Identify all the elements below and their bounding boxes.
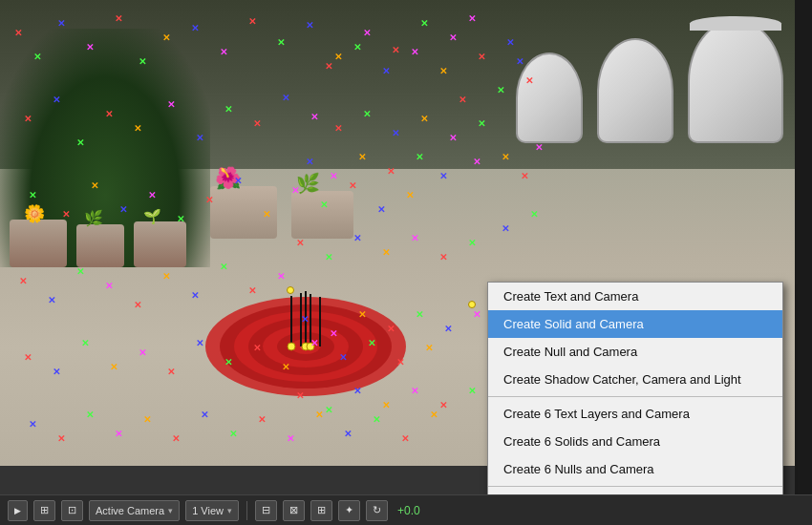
region-icon: ⊟ — [262, 504, 270, 516]
menu-item-create-6-text[interactable]: Create 6 Text Layers and Camera — [488, 400, 782, 428]
menu-separator-2 — [488, 486, 782, 487]
track-dot-1 — [287, 286, 294, 294]
align-btn[interactable]: ⊞ — [310, 500, 332, 521]
bullseye-target — [201, 291, 411, 404]
view-dropdown[interactable]: 1 View ▾ — [185, 500, 239, 521]
grid2-icon: ✦ — [345, 504, 353, 516]
main-container: 🌼 🌿 🌱 🌺 🌿 — [0, 0, 812, 525]
water-tanks — [516, 19, 783, 143]
menu-item-create-6-nulls[interactable]: Create 6 Nulls and Camera — [488, 455, 782, 483]
track-dot-2 — [468, 301, 476, 308]
snap-icon: ⊠ — [289, 504, 298, 516]
toolbar-sep-1 — [246, 501, 247, 520]
menu-item-create-null-camera[interactable]: Create Null and Camera — [488, 338, 782, 366]
menu-item-create-shadow-catcher[interactable]: Create Shadow Catcher, Camera and Light — [488, 366, 782, 393]
tank-large — [688, 19, 783, 143]
camera-chevron: ▾ — [168, 506, 173, 515]
menu-item-create-6-solids[interactable]: Create 6 Solids and Camera — [488, 428, 782, 455]
menu-item-set-ground-plane[interactable]: Set Ground Plane and Origin — [488, 490, 782, 494]
grid-btn[interactable]: ✦ — [338, 500, 360, 521]
menu-separator-1 — [488, 396, 782, 397]
plants-area: 🌼 🌿 🌱 — [0, 29, 210, 267]
view-label: 1 View — [192, 505, 224, 516]
tank-small — [516, 52, 583, 143]
view-chevron: ▾ — [227, 506, 232, 515]
svg-point-15 — [307, 343, 314, 350]
timeline-toggle-btn[interactable]: ▶ — [8, 500, 28, 521]
menu-item-create-text-camera[interactable]: Create Text and Camera — [488, 283, 782, 310]
context-menu: Create Text and Camera Create Solid and … — [487, 282, 783, 494]
pots-middle: 🌺 🌿 — [210, 115, 382, 239]
safe-zones-btn[interactable]: ⊞ — [33, 500, 55, 521]
arrow-icon: ▶ — [14, 506, 21, 515]
region-btn[interactable]: ⊟ — [255, 500, 277, 521]
overlay-icon: ⊡ — [68, 504, 76, 516]
grid-icon: ⊞ — [40, 504, 49, 516]
offset-value: +0.0 — [397, 504, 420, 517]
camera-label: Active Camera — [96, 505, 164, 516]
viewport[interactable]: 🌼 🌿 🌱 🌺 🌿 — [0, 0, 812, 494]
rotation-icon: ↻ — [373, 504, 381, 516]
bottom-toolbar: ▶ ⊞ ⊡ Active Camera ▾ 1 View ▾ ⊟ ⊠ ⊞ ✦ — [0, 494, 812, 525]
overlay-btn[interactable]: ⊡ — [61, 500, 83, 521]
right-panel — [795, 0, 812, 494]
rotation-btn[interactable]: ↻ — [366, 500, 388, 521]
menu-item-create-solid-camera[interactable]: Create Solid and Camera — [488, 310, 782, 338]
camera-dropdown[interactable]: Active Camera ▾ — [89, 500, 180, 521]
align-icon: ⊞ — [317, 504, 326, 516]
tank-medium — [597, 38, 673, 143]
snap-btn[interactable]: ⊠ — [283, 500, 305, 521]
svg-point-13 — [288, 343, 295, 350]
